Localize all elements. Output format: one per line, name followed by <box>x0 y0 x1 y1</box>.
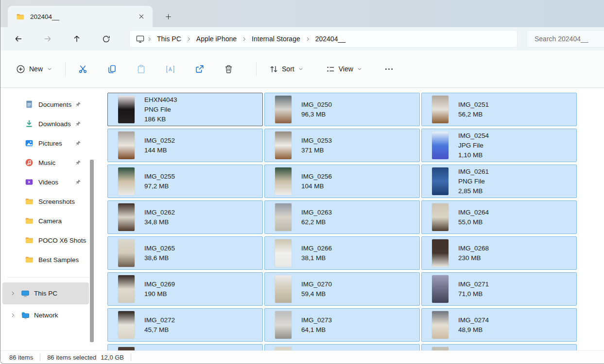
file-thumbnail <box>118 239 135 267</box>
file-thumbnail <box>275 347 292 350</box>
up-button[interactable] <box>68 30 86 48</box>
file-tile-img-0266[interactable]: IMG_026638,1 MB <box>264 236 420 270</box>
sidebar-item-label: Documents <box>38 101 71 108</box>
file-thumbnail <box>432 347 449 350</box>
tab-close-button[interactable] <box>135 10 148 23</box>
file-size: 48,9 MB <box>458 325 489 335</box>
new-button[interactable]: New <box>11 61 57 78</box>
sidebar-item-documents[interactable]: Documents <box>2 95 89 114</box>
file-tile-img-0272[interactable]: IMG_027245,7 MB <box>107 308 263 342</box>
sidebar-item-label: Music <box>38 159 55 166</box>
downloads-icon <box>25 119 34 128</box>
sidebar-item-best-samples[interactable]: Best Samples <box>2 250 89 269</box>
file-name: IMG_0252 <box>144 136 175 146</box>
sidebar-item-network[interactable]: Network <box>2 304 89 326</box>
file-size: 45,7 MB <box>144 325 175 335</box>
trash-icon <box>224 65 233 74</box>
copy-button[interactable] <box>103 60 121 78</box>
sort-icon <box>269 65 278 74</box>
file-tile[interactable] <box>264 344 420 350</box>
file-type: PNG File <box>458 177 489 186</box>
pin-icon <box>75 101 81 108</box>
monitor-icon[interactable] <box>136 34 145 44</box>
forward-button[interactable] <box>38 30 57 48</box>
sidebar-item-poco-x6-shots[interactable]: POCO X6 Shots <box>2 231 89 250</box>
back-button[interactable] <box>9 30 28 48</box>
file-tile-img-0250[interactable]: IMG_025096,3 MB <box>264 93 420 126</box>
new-tab-button[interactable] <box>161 9 175 24</box>
file-tile-img-0251[interactable]: IMG_025156,2 MB <box>421 93 577 126</box>
file-tile-img-0269[interactable]: IMG_0269190 MB <box>107 272 263 306</box>
paste-button[interactable] <box>132 60 150 78</box>
view-button[interactable]: View <box>321 61 367 78</box>
file-tile-img-0262[interactable]: IMG_026234,8 MB <box>107 200 263 234</box>
folder-icon <box>25 216 34 225</box>
file-tile-img-0255[interactable]: IMG_025597,2 MB <box>107 165 263 198</box>
search-input[interactable] <box>526 30 604 48</box>
file-thumbnail <box>432 96 449 123</box>
file-tile-img-0256[interactable]: IMG_0256104 MB <box>264 165 420 198</box>
file-tile-img-0263[interactable]: IMG_026362,2 MB <box>264 200 420 234</box>
file-thumbnail <box>118 275 135 303</box>
tab-bar: 202404__ <box>0 0 604 27</box>
file-name: IMG_0265 <box>144 244 175 253</box>
breadcrumb-item-apple-iphone[interactable]: Apple iPhone <box>193 35 240 43</box>
sidebar-item-this-pc[interactable]: This PC <box>2 282 89 304</box>
file-tile-ehxn4043[interactable]: EHXN4043PNG File186 KB <box>107 93 263 126</box>
file-tile-img-0264[interactable]: IMG_026455,0 MB <box>421 200 577 234</box>
see-more-button[interactable] <box>380 60 398 78</box>
pin-icon <box>75 160 81 166</box>
file-tile-img-0261[interactable]: IMG_0261PNG File2,85 MB <box>421 165 577 198</box>
view-icon <box>326 65 335 74</box>
file-tile[interactable] <box>421 344 577 350</box>
file-meta: IMG_027059,4 MB <box>301 280 332 299</box>
tree-list: This PCNetwork <box>0 282 96 326</box>
share-button[interactable] <box>190 60 208 78</box>
file-tile-img-0273[interactable]: IMG_027364,1 MB <box>264 308 420 342</box>
file-name: IMG_0256 <box>301 172 332 182</box>
sidebar-item-label: Best Samples <box>38 256 79 264</box>
file-tile-img-0265[interactable]: IMG_026538,6 MB <box>107 236 263 270</box>
sidebar-item-pictures[interactable]: Pictures <box>2 133 89 153</box>
address-bar: This PCApple iPhoneInternal Storage20240… <box>0 27 604 50</box>
file-meta: IMG_025156,2 MB <box>458 100 489 119</box>
breadcrumb-item-202404[interactable]: 202404__ <box>312 35 348 43</box>
view-button-label: View <box>339 65 353 73</box>
file-meta: IMG_026362,2 MB <box>301 208 332 227</box>
cut-button[interactable] <box>73 60 92 78</box>
main-area: DocumentsDownloadsPicturesMusicVideosScr… <box>0 88 604 350</box>
file-size: 38,1 MB <box>301 253 332 263</box>
file-thumbnail <box>275 132 292 159</box>
file-thumbnail <box>275 167 292 195</box>
sort-button[interactable]: Sort <box>264 61 309 78</box>
file-tile-img-0270[interactable]: IMG_027059,4 MB <box>264 272 420 306</box>
file-tile-img-0254[interactable]: IMG_0254JPG File1,10 MB <box>421 129 577 162</box>
file-tile-img-0253[interactable]: IMG_0253371 MB <box>264 129 420 162</box>
breadcrumb-item-internal-storage[interactable]: Internal Storage <box>249 35 303 43</box>
sidebar-item-camera[interactable]: Camera <box>2 211 89 231</box>
sidebar-scrollbar-thumb[interactable] <box>90 160 94 342</box>
file-tile[interactable] <box>107 344 263 350</box>
sidebar-item-music[interactable]: Music <box>2 153 89 172</box>
file-name: IMG_0253 <box>301 136 332 146</box>
selected-size: 12,0 GB <box>101 354 124 361</box>
file-size: 2,85 MB <box>458 186 489 196</box>
sidebar-item-videos[interactable]: Videos <box>2 172 89 192</box>
file-tile-img-0271[interactable]: IMG_027171,0 MB <box>421 272 577 306</box>
file-tile-img-0268[interactable]: IMG_0268230 MB <box>421 236 577 270</box>
file-meta: IMG_0256104 MB <box>301 172 332 191</box>
rename-button[interactable] <box>161 60 179 78</box>
selected-count: 86 items selected <box>47 354 96 361</box>
pin-icon <box>75 140 81 147</box>
sidebar-item-downloads[interactable]: Downloads <box>2 114 89 133</box>
file-tile-img-0274[interactable]: IMG_027448,9 MB <box>421 308 577 342</box>
file-name: IMG_0273 <box>301 315 332 325</box>
refresh-button[interactable] <box>97 30 115 48</box>
breadcrumb-item-this-pc[interactable]: This PC <box>154 35 184 43</box>
tab-202404[interactable]: 202404__ <box>8 6 153 27</box>
delete-button[interactable] <box>219 60 238 78</box>
file-meta: IMG_027171,0 MB <box>458 280 489 299</box>
file-tile-img-0252[interactable]: IMG_0252144 MB <box>107 129 263 162</box>
sidebar-item-screenshots[interactable]: Screenshots <box>2 192 89 211</box>
copy-icon <box>107 65 117 74</box>
